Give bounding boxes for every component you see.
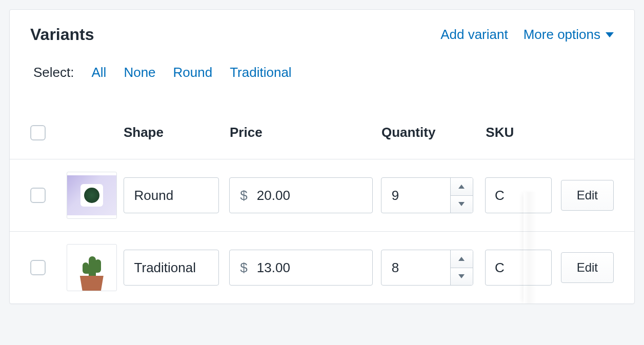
caret-down-icon [458, 202, 465, 206]
more-options-button[interactable]: More options [524, 27, 614, 43]
currency-symbol: $ [240, 260, 247, 276]
currency-symbol: $ [240, 188, 247, 204]
sku-input[interactable]: C [485, 250, 552, 286]
edit-button[interactable]: Edit [561, 180, 614, 211]
price-value: 20.00 [257, 188, 290, 204]
add-variant-button[interactable]: Add variant [440, 27, 508, 43]
page-title: Variants [30, 25, 94, 44]
quantity-value: 8 [381, 250, 450, 285]
quantity-stepper[interactable]: 8 [381, 250, 473, 286]
caret-up-icon [458, 257, 465, 261]
quantity-value: 9 [381, 178, 450, 213]
quantity-decrement[interactable] [451, 268, 473, 286]
column-header-quantity: Quantity [381, 125, 486, 140]
variant-thumbnail[interactable] [67, 172, 117, 219]
select-all-checkbox[interactable] [30, 125, 46, 140]
variants-card: Variants Add variant More options Select… [9, 9, 635, 304]
column-header-sku: SKU [486, 125, 561, 140]
shape-input[interactable]: Traditional [124, 250, 219, 286]
select-label: Select: [33, 65, 74, 80]
select-filters: Select: All None Round Traditional [10, 44, 634, 101]
edit-button[interactable]: Edit [561, 252, 614, 283]
table-row: Traditional $ 13.00 8 [10, 231, 634, 303]
price-value: 13.00 [257, 260, 290, 276]
card-header: Variants Add variant More options [10, 10, 634, 44]
sku-input[interactable]: C [485, 177, 552, 213]
table-header: Shape Price Quantity SKU [10, 101, 634, 159]
more-options-label: More options [524, 27, 600, 43]
variant-thumbnail[interactable] [67, 244, 117, 291]
shape-input[interactable]: Round [124, 177, 219, 213]
row-checkbox[interactable] [30, 260, 46, 275]
quantity-increment[interactable] [451, 250, 473, 268]
quantity-increment[interactable] [451, 178, 473, 195]
table-row: Round $ 20.00 9 [10, 159, 634, 231]
price-input[interactable]: $ 20.00 [229, 177, 373, 213]
select-filter-traditional[interactable]: Traditional [230, 65, 291, 80]
select-filter-all[interactable]: All [92, 65, 107, 80]
column-header-price: Price [230, 125, 381, 140]
variants-table: Shape Price Quantity SKU Round [10, 101, 634, 303]
caret-up-icon [458, 185, 465, 189]
select-filter-round[interactable]: Round [173, 65, 213, 80]
quantity-decrement[interactable] [451, 195, 473, 213]
quantity-stepper[interactable]: 9 [381, 177, 473, 213]
column-header-shape: Shape [124, 125, 230, 140]
price-input[interactable]: $ 13.00 [229, 250, 373, 286]
header-actions: Add variant More options [440, 27, 614, 43]
row-checkbox[interactable] [30, 188, 46, 203]
caret-down-icon [458, 274, 465, 278]
select-filter-none[interactable]: None [124, 65, 155, 80]
chevron-down-icon [606, 32, 614, 37]
